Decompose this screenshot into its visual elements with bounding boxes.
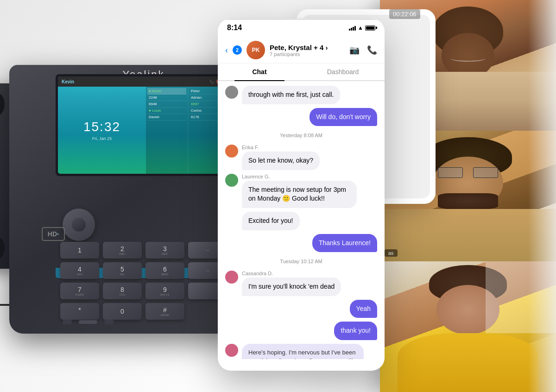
status-bar: 8:14 ▲ [218, 19, 385, 37]
chat-tabs: Chat Dashboard [218, 63, 385, 81]
msg-row-4: Laurence G. The meeting is now setup for… [225, 174, 377, 208]
nav-ring-inner [72, 218, 86, 232]
key-hash[interactable]: #SEND [145, 303, 184, 320]
chat-tablet: 8:14 ▲ ‹ 2 PK Pete, Krystal + 4 › 7 part… [218, 19, 385, 371]
key-6[interactable]: 6MNO [145, 262, 184, 279]
phone-keypad: 1 2ABC 3DEF ··· 4GHI 5JKL 6MNO ··· 7PQRS… [56, 242, 232, 320]
status-icons: ▲ [349, 25, 375, 31]
msg-row-7: Cassandra D. I'm sure you'll knock 'em d… [225, 271, 377, 296]
msg-row-9: thank you! [225, 322, 377, 340]
unread-count: 2 [233, 45, 242, 55]
video-name-2: as [385, 249, 398, 257]
chat-title-area: Pete, Krystal + 4 › 7 participants [270, 44, 345, 57]
contact-item-kevin: ● Kevin [147, 88, 186, 95]
contact-item-daniel: Daniel [147, 114, 186, 120]
key-1[interactable]: 1 [60, 242, 99, 259]
contact-num-6897: 6897 [191, 102, 199, 106]
tab-dashboard[interactable]: Dashboard [301, 63, 385, 80]
signal-bar-2 [351, 28, 352, 31]
msg-avatar-3 [225, 145, 238, 158]
video-fade [528, 0, 556, 392]
hd-label: HD [48, 230, 57, 238]
phone-bottom-controls [63, 320, 114, 324]
bubble-7: I'm sure you'll knock 'em dead [242, 278, 341, 296]
msg-row-8: Yeah [225, 300, 377, 318]
key-4[interactable]: 4GHI [60, 262, 99, 279]
bubble-6: Thanks Laurence! [312, 234, 377, 253]
contact-name-louis: ● Louis [149, 108, 161, 113]
portrait-1-smile [450, 55, 486, 61]
contact-num-2248: 2248 [149, 95, 157, 100]
phone-clock: 15:32 [83, 120, 120, 134]
key-5[interactable]: 5JKL [103, 262, 142, 279]
screen-icon-1: 📞 [209, 80, 214, 84]
msg-content-3: Erika F. So let me know, okay? [242, 145, 377, 170]
sender-cassandra: Cassandra D. [242, 271, 377, 276]
key-star[interactable]: *· [60, 303, 99, 320]
phone-body: Yealink Kevin 📞 🔇 ✓ [9, 65, 241, 334]
key-0[interactable]: 0 [103, 303, 142, 320]
msg-content-1: through with me first, just call. [242, 86, 377, 104]
battery-fill [366, 26, 374, 30]
wifi-icon: ▲ [358, 25, 363, 31]
portrait-2-beard [438, 193, 498, 209]
key-7[interactable]: 7PQRS [60, 283, 99, 299]
nav-ring[interactable] [63, 209, 95, 241]
tab-chat[interactable]: Chat [218, 63, 301, 80]
sender-laurence: Laurence G. [242, 174, 377, 179]
video-call-icon[interactable]: 📷 [349, 45, 360, 55]
key-2[interactable]: 2ABC [103, 242, 142, 259]
bubble-5: Excited for you! [242, 212, 300, 230]
signal-bar-4 [354, 26, 356, 31]
contact-num-6178: 6178 [191, 115, 199, 119]
contact-name-peter: Peter [191, 89, 200, 93]
chat-group-name: Pete, Krystal + 4 › [270, 44, 345, 51]
key-8[interactable]: 8TUV [103, 283, 142, 299]
signal-bar-1 [349, 29, 350, 31]
bubble-9: thank you! [334, 322, 377, 340]
vol-plus[interactable] [104, 320, 114, 324]
contact-name-kevin: ● Kevin [149, 89, 161, 93]
handset-cord [0, 259, 9, 306]
vol-minus[interactable] [63, 320, 72, 324]
timestamp-1: Yesterday 8:08 AM [225, 133, 377, 138]
phone-screen: Kevin 📞 🔇 ✓ 15:32 Fri, Jan 25 [58, 76, 229, 174]
phone-screen-topbar: Kevin 📞 🔇 ✓ [58, 76, 229, 87]
portrait-2-glasses-right [473, 167, 498, 178]
hd-sup: + [57, 233, 59, 236]
chat-header: ‹ 2 PK Pete, Krystal + 4 › 7 participant… [218, 37, 385, 63]
vol-bar [79, 320, 97, 324]
desk-phone: Yealink Kevin 📞 🔇 ✓ [0, 37, 250, 352]
bubble-8: Yeah [350, 300, 377, 318]
back-button[interactable]: ‹ [225, 45, 228, 55]
key-3[interactable]: 3DEF [145, 242, 184, 259]
bubble-1: through with me first, just call. [242, 86, 340, 104]
video-timer: 00:22:06 [389, 9, 420, 19]
contact-item-6946: 6946 [147, 101, 186, 107]
contact-name-daniel: Daniel [149, 115, 159, 119]
phone-screen-content: 15:32 Fri, Jan 25 ● Kevin 2248 6946 [58, 87, 229, 174]
battery-icon [365, 25, 375, 31]
bubble-4: The meeting is now setup for 3pm on Mond… [242, 181, 357, 208]
msg-row-3: Erika F. So let me know, okay? [225, 145, 377, 170]
key-9[interactable]: 9WXYZ [145, 283, 184, 299]
group-avatar: PK [246, 41, 265, 59]
phone-contacts-left: ● Kevin 2248 6946 ● Louis Daniel [146, 87, 188, 174]
chat-participants: 7 participants [270, 51, 345, 57]
portrait-3-clothes [398, 333, 538, 392]
timestamp-2: Tuesday 10:12 AM [225, 259, 377, 264]
signal-bars [349, 25, 356, 31]
chat-avatar-group: PK [246, 41, 265, 59]
bubble-10: Here's hoping. I'm nervous but I've been… [242, 344, 364, 359]
phone-time-area: 15:32 Fri, Jan 25 [58, 87, 146, 174]
msg-avatar-10 [225, 344, 238, 357]
chat-actions: 📷 📞 [349, 45, 377, 55]
contact-name-adrian: Adrian [191, 95, 202, 100]
hd-badge: HD+ [42, 227, 65, 241]
msg-row-1: through with me first, just call. [225, 86, 377, 104]
msg-avatar-1 [225, 86, 238, 99]
phone-call-icon[interactable]: 📞 [367, 45, 377, 55]
chat-messages: through with me first, just call. Will d… [218, 81, 385, 359]
msg-row-10: Here's hoping. I'm nervous but I've been… [225, 344, 377, 359]
active-contact-name: Kevin [62, 79, 74, 84]
